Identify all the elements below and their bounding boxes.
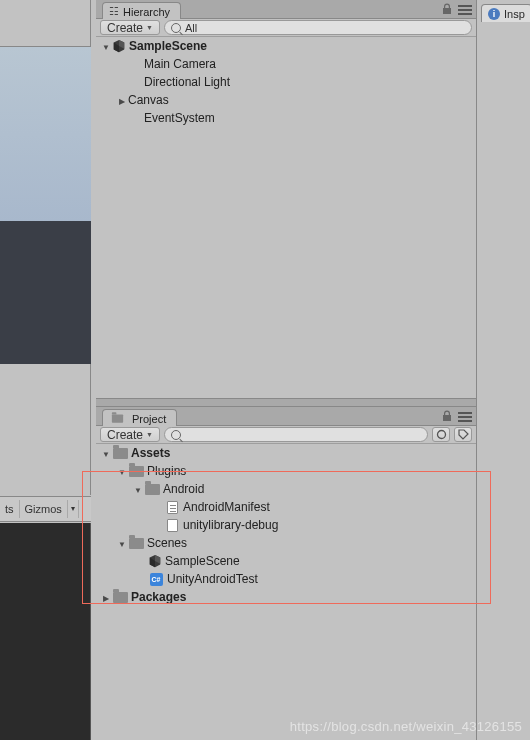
hierarchy-toolbar: Create ▼ All [96, 19, 476, 37]
folder-icon [112, 446, 128, 460]
panel-menu-icon[interactable] [458, 412, 472, 422]
unity-logo-icon [112, 39, 126, 53]
panel-divider[interactable] [96, 398, 476, 407]
scenes-folder[interactable]: Scenes [96, 534, 476, 552]
manifest-file-icon [164, 500, 180, 514]
create-button[interactable]: Create ▼ [100, 20, 160, 35]
info-icon: i [488, 8, 500, 20]
hierarchy-tab-label: Hierarchy [123, 6, 170, 18]
expand-toggle[interactable] [116, 95, 128, 106]
inspector-column: i Insp [476, 0, 530, 740]
item-label: UnityAndroidTest [167, 572, 258, 586]
android-folder[interactable]: Android [96, 480, 476, 498]
expand-toggle[interactable] [100, 41, 112, 52]
create-button-label: Create [107, 428, 143, 442]
project-search-input[interactable] [164, 427, 428, 442]
item-label: Packages [131, 590, 186, 604]
project-tab-label: Project [132, 413, 166, 425]
item-label: AndroidManifest [183, 500, 270, 514]
folder-icon [112, 590, 128, 604]
hierarchy-tabbar: ☷ Hierarchy [96, 0, 476, 19]
expand-toggle[interactable] [116, 466, 128, 477]
scene-label: SampleScene [129, 39, 207, 53]
project-tree: Assets Plugins Android AndroidManifest u… [96, 444, 476, 731]
folder-icon [128, 464, 144, 478]
expand-toggle[interactable] [116, 538, 128, 549]
assets-folder[interactable]: Assets [96, 444, 476, 462]
scene-toolbar-item[interactable]: ts [0, 500, 20, 518]
hierarchy-item-eventsystem[interactable]: EventSystem [96, 109, 476, 127]
unitylibrary-file[interactable]: unitylibrary-debug [96, 516, 476, 534]
expand-toggle[interactable] [100, 592, 112, 603]
gizmos-button[interactable]: Gizmos [20, 500, 68, 518]
hierarchy-panel: ☷ Hierarchy Create ▼ All [96, 0, 476, 398]
item-label: Scenes [147, 536, 187, 550]
hierarchy-tab[interactable]: ☷ Hierarchy [102, 2, 181, 19]
scene-view-column: ts Gizmos ▾ [0, 0, 96, 740]
create-button-label: Create [107, 21, 143, 35]
hierarchy-item-canvas[interactable]: Canvas [96, 91, 476, 109]
item-label: Directional Light [144, 75, 230, 89]
samplescene-asset[interactable]: SampleScene [96, 552, 476, 570]
project-tab[interactable]: Project [102, 409, 177, 426]
unity-logo-icon [148, 554, 162, 568]
hierarchy-item-main-camera[interactable]: Main Camera [96, 55, 476, 73]
project-tabbar: Project [96, 407, 476, 426]
unityandroidtest-script[interactable]: C# UnityAndroidTest [96, 570, 476, 588]
folder-icon [128, 536, 144, 550]
hierarchy-search-input[interactable]: All [164, 20, 472, 35]
item-label: Plugins [147, 464, 186, 478]
packages-folder[interactable]: Packages [96, 588, 476, 606]
project-panel: Project Create ▼ [96, 407, 476, 731]
inspector-tab[interactable]: i Insp [481, 4, 530, 22]
item-label: Assets [131, 446, 170, 460]
chevron-down-icon: ▼ [146, 431, 153, 438]
item-label: SampleScene [165, 554, 240, 568]
folder-icon [109, 412, 125, 426]
hierarchy-item-directional-light[interactable]: Directional Light [96, 73, 476, 91]
expand-toggle[interactable] [100, 448, 112, 459]
android-manifest-file[interactable]: AndroidManifest [96, 498, 476, 516]
lock-icon[interactable] [442, 3, 454, 15]
plugins-folder[interactable]: Plugins [96, 462, 476, 480]
create-button[interactable]: Create ▼ [100, 427, 160, 442]
item-label: Android [163, 482, 204, 496]
csharp-script-icon: C# [148, 572, 164, 586]
file-icon [164, 518, 180, 532]
folder-icon [144, 482, 160, 496]
item-label: Canvas [128, 93, 169, 107]
panel-menu-icon[interactable] [458, 5, 472, 15]
item-label: Main Camera [144, 57, 216, 71]
filter-by-type-button[interactable] [432, 427, 450, 442]
svg-point-0 [437, 431, 445, 439]
scene-toolbar-dropdown[interactable]: ▾ [68, 500, 79, 518]
search-icon [171, 23, 181, 33]
scene-viewport[interactable] [0, 46, 91, 364]
item-label: unitylibrary-debug [183, 518, 278, 532]
lock-icon[interactable] [442, 410, 454, 422]
watermark-text: https://blog.csdn.net/weixin_43126155 [290, 719, 522, 734]
item-label: EventSystem [144, 111, 215, 125]
expand-toggle[interactable] [132, 484, 144, 495]
center-column: ☷ Hierarchy Create ▼ All [96, 0, 476, 740]
search-icon [171, 430, 181, 440]
scene-toolbar: ts Gizmos ▾ [0, 496, 91, 522]
chevron-down-icon: ▼ [146, 24, 153, 31]
project-toolbar: Create ▼ [96, 426, 476, 444]
filter-by-label-button[interactable] [454, 427, 472, 442]
scene-root[interactable]: SampleScene [96, 37, 476, 55]
hierarchy-icon: ☷ [109, 5, 119, 18]
scene-view-frame [0, 0, 91, 495]
game-view-dark [0, 523, 91, 740]
inspector-tab-label: Insp [504, 8, 525, 20]
hierarchy-tree: SampleScene Main Camera Directional Ligh… [96, 37, 476, 398]
search-value: All [185, 22, 197, 34]
